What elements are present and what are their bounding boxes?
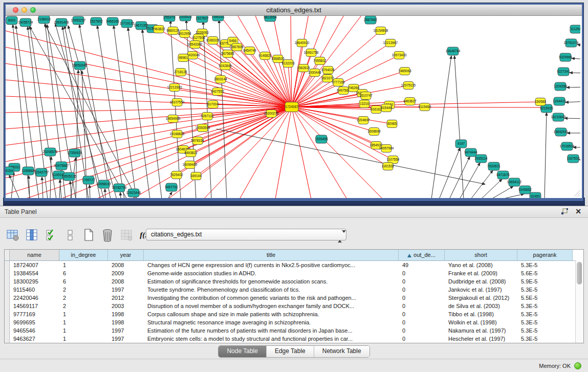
citation-edge-black[interactable]	[105, 189, 105, 198]
table-cell-year[interactable]: 1998	[108, 310, 144, 318]
table-cell-name[interactable]: 9699695	[10, 318, 59, 326]
table-cell-out_de[interactable]: 0	[399, 286, 445, 294]
graph-node-teal[interactable]: 8813054	[264, 16, 277, 21]
graph-node-teal[interactable]: 111254	[570, 25, 580, 33]
graph-node-yellow[interactable]: 7963822	[152, 26, 165, 33]
citation-edge-red[interactable]	[292, 107, 347, 198]
graph-node-teal[interactable]: 9474444	[464, 148, 477, 157]
table-panel-header[interactable]: Table Panel ✕	[0, 206, 588, 218]
graph-node-teal[interactable]: 10958167	[97, 180, 112, 188]
graph-node-teal[interactable]: 12942757	[34, 168, 49, 177]
table-row[interactable]: 946362711997Embryonic stem cells: a mode…	[5, 335, 583, 343]
citation-edge-black[interactable]	[97, 26, 124, 198]
table-cell-title[interactable]: Estimation of the future numbers of pati…	[144, 326, 399, 335]
graph-node-yellow[interactable]: 1608699	[367, 128, 381, 136]
network-canvas[interactable]: 8693190557242198410206914061095325715276…	[6, 16, 582, 198]
citation-edge-black[interactable]	[502, 194, 524, 198]
citation-edge-black[interactable]	[572, 58, 580, 59]
column-header-out_de[interactable]: out_de...	[399, 250, 445, 260]
show-columns-icon[interactable]	[25, 228, 39, 242]
table-cell-in_degree[interactable]: 2	[59, 302, 108, 310]
citation-edge-black[interactable]	[9, 175, 19, 198]
table-cell-name[interactable]: 14569117	[10, 302, 59, 310]
table-cell-pagerank[interactable]: 5.3E-5	[517, 261, 573, 269]
scrollbar-thumb[interactable]	[577, 262, 582, 285]
table-cell-pagerank[interactable]: 5.3E-5	[517, 286, 573, 294]
citation-edge-black[interactable]	[128, 28, 150, 198]
graph-node-yellow[interactable]: 9115460	[419, 103, 431, 111]
graph-node-teal[interactable]: 2198410	[37, 16, 51, 24]
graph-node-teal[interactable]: 9227341	[557, 68, 570, 76]
node-table[interactable]: namein_degreeyeartitleout_de...shortpage…	[4, 249, 584, 343]
graph-node-yellow[interactable]: 18107554	[170, 99, 185, 106]
table-cell-in_degree[interactable]: 2	[59, 286, 108, 294]
graph-node-teal[interactable]: 15751074	[564, 39, 579, 47]
table-cell-in_degree[interactable]: 2	[59, 294, 108, 302]
table-cell-year[interactable]: 1997	[108, 335, 144, 343]
graph-node-yellow[interactable]: 98961	[178, 54, 188, 62]
table-cell-in_degree[interactable]: 1	[59, 261, 108, 269]
table-cell-name[interactable]: 19384554	[10, 269, 59, 277]
graph-node-teal[interactable]: 1005525	[179, 16, 192, 21]
table-cell-short[interactable]: Yano et al. (2008)	[445, 261, 517, 269]
table-row[interactable]: 946554611997Estimation of the future num…	[5, 326, 583, 335]
table-cell-out_de[interactable]: 0	[399, 302, 445, 310]
new-document-icon[interactable]	[82, 228, 96, 242]
graph-node-yellow[interactable]: 9463627	[403, 98, 417, 105]
table-cell-year[interactable]: 2008	[108, 277, 144, 286]
table-cell-out_de[interactable]: 0	[399, 326, 445, 335]
graph-node-teal[interactable]: 10719135	[120, 19, 135, 28]
table-row[interactable]: 1872400712008Changes of HCN gene express…	[5, 261, 583, 269]
table-cell-pagerank[interactable]: 5.6E-5	[517, 269, 573, 277]
graph-node-teal[interactable]: 16782759	[112, 184, 127, 192]
graph-node-teal[interactable]: 10654112	[507, 178, 522, 186]
graph-node-teal[interactable]: 9457791	[165, 183, 178, 191]
citation-edge-black[interactable]	[491, 186, 513, 198]
graph-node-teal[interactable]: 7632621	[487, 162, 500, 170]
citation-edge-black[interactable]	[564, 118, 580, 119]
vertical-scrollbar[interactable]	[575, 260, 583, 343]
table-cell-name[interactable]: 9463627	[10, 335, 59, 343]
column-header-short[interactable]: short	[445, 250, 517, 260]
graph-node-teal[interactable]: 16648784	[446, 47, 461, 55]
graph-node-yellow[interactable]: 9777169	[332, 79, 345, 86]
citation-edge-red[interactable]	[292, 55, 399, 107]
table-cell-pagerank[interactable]: 5.3E-5	[517, 310, 573, 318]
citation-edge-black[interactable]	[471, 170, 493, 198]
table-cell-short[interactable]: Stergiakouli et al. (2012)	[445, 294, 517, 302]
citation-edge-black[interactable]	[439, 148, 460, 198]
citation-edge-black[interactable]	[545, 113, 547, 198]
graph-node-teal[interactable]: 2935114	[475, 155, 488, 163]
network-window[interactable]: citations_edges.txt 86931905572421984102…	[4, 3, 584, 202]
citation-edge-red[interactable]	[25, 107, 292, 198]
table-cell-in_degree[interactable]: 1	[59, 310, 108, 318]
citation-edge-black[interactable]	[454, 56, 464, 198]
graph-node-yellow[interactable]: 7625402	[170, 171, 183, 179]
citation-edge-black[interactable]	[114, 26, 136, 198]
citation-edge-red[interactable]	[292, 73, 315, 107]
graph-node-teal[interactable]: 1527607	[195, 16, 209, 23]
graph-node-teal[interactable]: 8471676	[496, 171, 510, 179]
table-cell-name[interactable]: 18300295	[10, 277, 59, 286]
graph-node-teal[interactable]: 1535455	[315, 135, 328, 143]
citation-edge-red[interactable]	[6, 107, 292, 178]
graph-node-teal[interactable]: 16210643	[551, 113, 566, 121]
graph-node-yellow[interactable]: 1610747	[359, 92, 373, 100]
citation-edge-black[interactable]	[76, 70, 78, 198]
table-cell-title[interactable]: Embryonic stem cells: a model to study s…	[144, 335, 399, 343]
graph-node-yellow[interactable]: 1930448	[308, 69, 321, 77]
table-cell-in_degree[interactable]: 6	[59, 277, 108, 286]
table-cell-title[interactable]: Genome-wide association studies in ADHD.	[144, 269, 399, 277]
table-cell-pagerank[interactable]: 5.3E-5	[517, 302, 573, 310]
citation-edge-black[interactable]	[570, 73, 580, 73]
table-cell-pagerank[interactable]: 5.3E-5	[517, 326, 573, 335]
citation-edge-black[interactable]	[168, 192, 172, 198]
table-cell-in_degree[interactable]: 1	[59, 318, 108, 326]
graph-node-teal[interactable]: 17016504	[560, 142, 575, 150]
table-cell-out_de[interactable]: 0	[399, 318, 445, 326]
graph-node-yellow[interactable]: 8427552	[211, 88, 224, 96]
table-row[interactable]: 911546021997Tourette syndrome. Phenomeno…	[5, 286, 583, 294]
graph-node-yellow[interactable]: 10973493	[392, 52, 407, 59]
graph-node-yellow[interactable]: 2204697	[357, 117, 370, 124]
table-cell-out_de[interactable]: 0	[399, 294, 445, 302]
